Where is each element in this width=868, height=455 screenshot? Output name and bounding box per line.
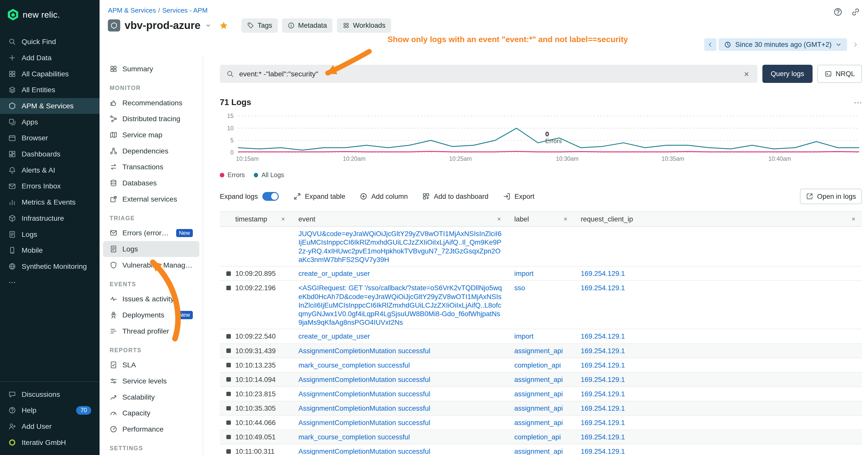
logs-search-bar[interactable]: × (220, 65, 757, 83)
log-label-link[interactable]: sso (515, 284, 525, 292)
nav-item-quick-find[interactable]: Quick Find (0, 34, 99, 50)
row-checkbox[interactable] (226, 449, 231, 454)
row-checkbox[interactable] (226, 421, 231, 425)
nav-item-all-capabilities[interactable]: All Capabilities (0, 66, 99, 82)
permalink-icon[interactable] (851, 7, 860, 17)
sidebar-item-capacity[interactable]: Capacity (103, 405, 199, 421)
nav-item-apm-services[interactable]: APM & Services (0, 98, 99, 114)
log-label-link[interactable]: assignment_api (515, 376, 563, 384)
tags-button[interactable]: Tags (242, 19, 278, 33)
legend-all-logs[interactable]: All Logs (254, 171, 284, 178)
breadcrumb-apm-services[interactable]: APM & Services (108, 6, 156, 14)
sidebar-item-sla[interactable]: SLA (103, 357, 199, 373)
sidebar-item-service-map[interactable]: Service map (103, 127, 199, 143)
add-column-button[interactable]: Add column (360, 193, 408, 200)
log-client-ip-link[interactable]: 169.254.129.1 (581, 376, 625, 384)
more-options-icon[interactable]: ⋯ (854, 98, 862, 107)
sidebar-item-performance[interactable]: Performance (103, 421, 199, 437)
time-back-button[interactable] (704, 38, 716, 51)
nav-item-more[interactable] (0, 274, 99, 291)
row-checkbox[interactable] (226, 271, 231, 276)
nav-item-discussions[interactable]: Discussions (0, 386, 99, 402)
log-event-link[interactable]: AssignmentCompletionMutation successful (299, 404, 430, 412)
sidebar-item-distributed-tracing[interactable]: Distributed tracing (103, 111, 199, 127)
log-client-ip-link[interactable]: 169.254.129.1 (581, 404, 625, 412)
sidebar-item-transactions[interactable]: Transactions (103, 159, 199, 175)
log-event-link[interactable]: create_or_update_user (299, 332, 370, 340)
nav-item-metrics-events[interactable]: Metrics & Events (0, 194, 99, 210)
sidebar-item-thread-profiler[interactable]: Thread profiler (103, 323, 199, 339)
log-row[interactable]: 10:09:22.196<ASGIRequest: GET '/sso/call… (220, 281, 862, 329)
log-row[interactable]: 10:10:14.094AssignmentCompletionMutation… (220, 372, 862, 387)
log-label-link[interactable]: assignment_api (515, 419, 563, 426)
log-row[interactable]: 10:11:00.311AssignmentCompletionMutation… (220, 445, 862, 455)
log-row[interactable]: 10:10:35.305AssignmentCompletionMutation… (220, 401, 862, 416)
row-checkbox[interactable] (226, 363, 231, 367)
sidebar-item-databases[interactable]: Databases (103, 175, 199, 191)
nav-item-all-entities[interactable]: All Entities (0, 82, 99, 98)
sidebar-item-issues-activity[interactable]: Issues & activity (103, 291, 199, 307)
sidebar-item-recommendations[interactable]: Recommendations (103, 95, 199, 111)
export-button[interactable]: Export (503, 193, 534, 200)
log-label-link[interactable]: import (515, 269, 533, 278)
nav-item-dashboards[interactable]: Dashboards (0, 146, 99, 162)
remove-column-label-icon[interactable]: × (562, 215, 568, 223)
favorite-star-icon[interactable] (219, 21, 228, 30)
row-checkbox[interactable] (226, 406, 231, 411)
nav-item-mobile[interactable]: Mobile (0, 242, 99, 259)
nav-item-errors-inbox[interactable]: Errors Inbox (0, 178, 99, 194)
legend-errors[interactable]: Errors (220, 171, 245, 178)
nav-item-logs[interactable]: Logs (0, 226, 99, 242)
log-event-link[interactable]: JUQVU&code=eyJraWQiOiJjcGltY29yZV8wOTI1M… (299, 230, 501, 263)
log-row[interactable]: 10:09:31.439AssignmentCompletionMutation… (220, 344, 862, 358)
log-row[interactable]: 10:10:23.815AssignmentCompletionMutation… (220, 387, 862, 401)
new-relic-logo[interactable]: new relic. (0, 6, 99, 28)
log-label-link[interactable]: assignment_api (515, 347, 563, 355)
log-event-link[interactable]: AssignmentCompletionMutation successful (299, 448, 430, 455)
nrql-button[interactable]: NRQL (817, 65, 862, 83)
add-to-dashboard-button[interactable]: Add to dashboard (422, 193, 489, 200)
log-row[interactable]: 10:10:49.051mark_course_completion succe… (220, 430, 862, 445)
row-checkbox[interactable] (226, 286, 231, 290)
log-client-ip-link[interactable]: 169.254.129.1 (581, 448, 625, 455)
sidebar-item-vulnerability-management[interactable]: Vulnerability Management (103, 257, 199, 273)
log-event-link[interactable]: AssignmentCompletionMutation successful (299, 419, 430, 426)
log-client-ip-link[interactable]: 169.254.129.1 (581, 361, 625, 369)
log-event-link[interactable]: AssignmentCompletionMutation successful (299, 347, 430, 355)
sidebar-item-logs[interactable]: Logs (103, 241, 199, 257)
query-logs-button[interactable]: Query logs (763, 65, 812, 83)
remove-column-timestamp-icon[interactable]: × (280, 215, 286, 223)
nav-item-iterativ-gmbh[interactable]: Iterativ GmbH (0, 434, 99, 451)
remove-column-request-client-ip-icon[interactable]: × (850, 215, 857, 223)
help-circle-icon[interactable] (833, 7, 842, 17)
sidebar-item-service-levels[interactable]: Service levels (103, 373, 199, 389)
row-checkbox[interactable] (226, 377, 231, 382)
time-picker-button[interactable]: Since 30 minutes ago (GMT+2) (718, 38, 847, 51)
log-row[interactable]: 10:09:20.895create_or_update_userimport1… (220, 266, 862, 281)
log-client-ip-link[interactable]: 169.254.129.1 (581, 390, 625, 398)
time-forward-button[interactable] (849, 38, 862, 51)
nav-item-synthetic-monitoring[interactable]: Synthetic Monitoring (0, 259, 99, 274)
log-label-link[interactable]: assignment_api (515, 404, 563, 412)
log-label-link[interactable]: completion_api (515, 361, 561, 369)
nav-item-add-user[interactable]: Add User (0, 419, 99, 434)
row-checkbox[interactable] (226, 392, 231, 396)
log-label-link[interactable]: assignment_api (515, 448, 563, 455)
log-label-link[interactable]: import (515, 332, 533, 340)
remove-column-event-icon[interactable]: × (496, 215, 502, 223)
log-label-link[interactable]: completion_api (515, 433, 561, 441)
log-client-ip-link[interactable]: 169.254.129.1 (581, 347, 625, 355)
nav-item-apps[interactable]: Apps (0, 114, 99, 130)
sidebar-item-summary[interactable]: Summary (103, 61, 199, 77)
nav-item-browser[interactable]: Browser (0, 130, 99, 146)
search-input[interactable] (239, 70, 738, 78)
nav-item-add-data[interactable]: Add Data (0, 50, 99, 66)
sidebar-item-scalability[interactable]: Scalability (103, 389, 199, 405)
row-checkbox[interactable] (226, 435, 231, 440)
expand-table-button[interactable]: Expand table (293, 193, 345, 200)
sidebar-item-errors-errors-inb[interactable]: Errors (errors inb...New (103, 225, 199, 241)
log-event-link[interactable]: mark_course_completion successful (299, 433, 410, 441)
log-event-link[interactable]: mark_course_completion successful (299, 361, 410, 369)
expand-logs-toggle[interactable] (262, 192, 279, 201)
log-row[interactable]: 10:09:22.540create_or_update_userimport1… (220, 329, 862, 344)
